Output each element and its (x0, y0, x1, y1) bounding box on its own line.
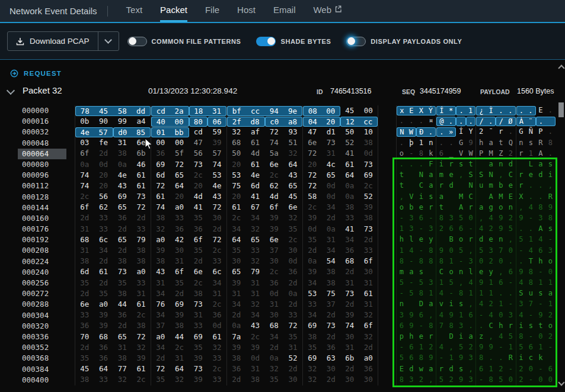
hex-byte[interactable]: c0 (265, 117, 284, 127)
ascii-char[interactable]: 2 (426, 343, 436, 352)
ascii-char[interactable]: 2 (516, 365, 526, 374)
hex-byte[interactable]: 74 (208, 160, 226, 170)
ascii-char[interactable] (516, 160, 526, 169)
hex-byte[interactable]: 32 (227, 127, 246, 137)
ascii-char[interactable]: o (496, 203, 506, 213)
ascii-char[interactable]: 1 (486, 365, 496, 374)
hex-byte[interactable]: 64 (170, 364, 189, 374)
ascii-char[interactable]: 1 (545, 300, 556, 309)
ascii-char[interactable]: 5 (516, 343, 526, 352)
ascii-char[interactable]: e (476, 268, 486, 277)
ascii-char[interactable]: a (426, 181, 436, 191)
ascii-char[interactable]: 5 (456, 214, 466, 223)
ascii-char[interactable]: E (407, 106, 417, 115)
ascii-char[interactable]: . (496, 289, 506, 298)
hex-byte[interactable]: 10 (359, 127, 378, 137)
hex-byte[interactable]: 2d (113, 246, 132, 256)
hex-byte[interactable]: 2d (322, 332, 341, 342)
ascii-char[interactable]: 8 (516, 332, 526, 342)
ascii-char[interactable]: - (536, 300, 546, 309)
hex-byte[interactable]: 65 (113, 235, 132, 245)
hex-byte[interactable]: 0d (322, 192, 341, 202)
ascii-char[interactable]: 2 (486, 257, 496, 266)
hex-byte[interactable]: 00 (322, 106, 341, 116)
hex-byte[interactable]: 31 (132, 289, 151, 299)
hex-byte[interactable]: 43 (283, 171, 302, 181)
hex-byte[interactable]: 2c (208, 364, 226, 374)
hex-offset[interactable]: 000320 (18, 321, 66, 332)
hex-byte[interactable]: 32 (359, 332, 378, 342)
hex-byte[interactable]: 53 (227, 171, 246, 181)
hex-byte[interactable]: 32 (246, 256, 265, 266)
hex-byte[interactable]: cc (246, 106, 265, 116)
hex-byte[interactable]: 38 (132, 256, 151, 266)
ascii-char[interactable]: 3 (486, 246, 496, 256)
ascii-char[interactable] (446, 203, 457, 213)
ascii-char[interactable] (407, 171, 417, 180)
hex-byte[interactable]: 62 (94, 203, 113, 213)
hex-byte[interactable]: 34 (246, 213, 265, 223)
ascii-char[interactable]: 3 (397, 311, 407, 320)
ascii-char[interactable]: 4 (436, 343, 446, 352)
hex-byte[interactable]: 35 (94, 289, 113, 299)
ascii-char[interactable]: 1 (466, 289, 476, 298)
ascii-char[interactable]: 1 (446, 354, 457, 363)
tab-web[interactable]: Web (313, 0, 341, 20)
hex-byte[interactable]: 7a (227, 332, 246, 342)
hex-offset[interactable]: 000160 (18, 213, 66, 224)
ascii-char[interactable]: h (536, 257, 546, 266)
ascii-char[interactable]: þ (407, 139, 417, 148)
hex-offset[interactable]: 000192 (18, 234, 66, 245)
ascii-char[interactable]: F (426, 160, 436, 169)
ascii-char[interactable]: . (486, 117, 496, 126)
hex-byte[interactable]: 35 (75, 354, 94, 364)
ascii-char[interactable]: , (476, 214, 486, 223)
ascii-char[interactable]: e (486, 235, 496, 245)
hex-byte[interactable]: 2c (265, 171, 284, 181)
hex-byte[interactable]: 2c (303, 203, 322, 213)
hex-byte[interactable]: 6f (189, 235, 208, 245)
ascii-char[interactable]: 8 (426, 322, 436, 331)
hex-byte[interactable]: 72 (303, 181, 322, 191)
hex-byte[interactable]: 34 (246, 310, 265, 320)
ascii-char[interactable]: Y (466, 127, 476, 137)
hex-byte[interactable]: 54 (322, 256, 341, 266)
hex-byte[interactable]: dd (132, 106, 151, 116)
hex-byte[interactable]: 30 (340, 375, 359, 385)
ascii-char[interactable]: 8 (456, 289, 466, 298)
hex-byte[interactable]: 31 (246, 278, 265, 288)
hex-byte[interactable]: 38 (151, 213, 170, 223)
hex-byte[interactable]: 36 (208, 310, 226, 320)
ascii-char[interactable]: 9 (466, 139, 476, 148)
ascii-char[interactable]: , (397, 192, 407, 202)
hex-byte[interactable]: 38 (322, 278, 341, 288)
download-pcap-button[interactable]: Download PCAP (7, 31, 119, 51)
toggle-switch[interactable] (127, 37, 147, 46)
ascii-char[interactable]: 2 (506, 149, 516, 159)
hex-byte[interactable]: 75 (227, 181, 246, 191)
ascii-char[interactable]: Z (496, 149, 506, 159)
hex-byte[interactable]: 74 (340, 321, 359, 331)
ascii-char[interactable]: - (466, 224, 476, 234)
hex-byte[interactable]: 2d (132, 213, 151, 223)
ascii-char[interactable]: 9 (456, 354, 466, 363)
hex-offset[interactable]: 000128 (18, 192, 66, 203)
ascii-char[interactable]: E (397, 365, 407, 374)
ascii-char[interactable]: M (486, 149, 496, 159)
hex-byte[interactable]: 31 (359, 278, 378, 288)
ascii-char[interactable]: . (446, 117, 457, 126)
ascii-char[interactable]: m (397, 268, 407, 277)
hex-byte[interactable]: 31 (113, 343, 132, 353)
ascii-char[interactable]: . (407, 160, 417, 169)
hex-byte[interactable]: 2c (132, 310, 151, 320)
hex-offset[interactable]: 000016 (18, 116, 66, 127)
ascii-char[interactable]: r (466, 203, 476, 213)
hex-offset[interactable]: 000064 (18, 149, 66, 159)
hex-byte[interactable]: 37 (151, 321, 170, 331)
hex-offset[interactable]: 000352 (18, 342, 66, 353)
hex-byte[interactable]: 20 (227, 192, 246, 202)
hex-byte[interactable]: 6d (75, 267, 94, 277)
hex-byte[interactable]: 31 (151, 278, 170, 288)
ascii-char[interactable]: l (407, 235, 417, 245)
hex-byte[interactable]: a0 (359, 354, 378, 364)
